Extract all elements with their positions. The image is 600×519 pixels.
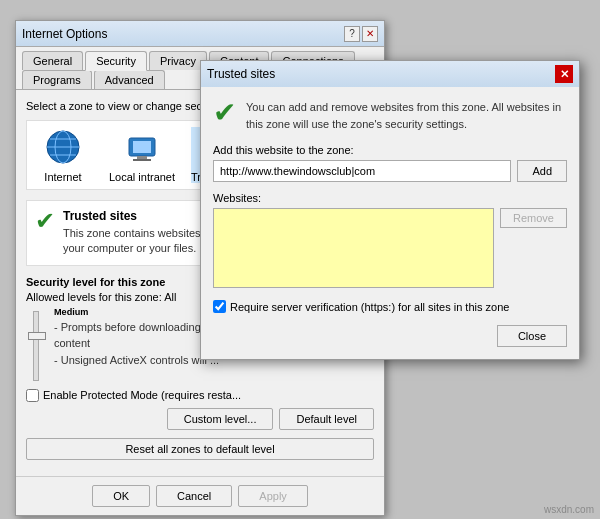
- window-title: Internet Options: [22, 27, 107, 41]
- websites-listbox[interactable]: [213, 208, 494, 288]
- ok-button[interactable]: OK: [92, 485, 150, 507]
- custom-level-button[interactable]: Custom level...: [167, 408, 274, 430]
- tab-programs[interactable]: Programs: [22, 70, 92, 89]
- remove-button[interactable]: Remove: [500, 208, 567, 228]
- dialog-title-bar: Trusted sites ✕: [201, 61, 579, 87]
- websites-label: Websites:: [213, 192, 567, 204]
- tab-advanced[interactable]: Advanced: [94, 70, 165, 89]
- tab-security[interactable]: Security: [85, 51, 147, 71]
- local-intranet-label: Local intranet: [109, 171, 175, 183]
- tab-general[interactable]: General: [22, 51, 83, 70]
- remove-btn-container: Remove: [500, 208, 567, 292]
- https-row: Require server verification (https:) for…: [213, 300, 567, 313]
- title-bar-controls: ? ✕: [344, 26, 378, 42]
- watermark: wsxdn.com: [544, 504, 594, 515]
- https-checkbox[interactable]: [213, 300, 226, 313]
- level-buttons: Custom level... Default level: [26, 408, 374, 430]
- svg-rect-7: [137, 156, 147, 159]
- level-name: Medium: [54, 307, 219, 317]
- trusted-sites-dialog: Trusted sites ✕ ✔ You can add and remove…: [200, 60, 580, 360]
- level-desc: Medium - Prompts before downloading p...…: [54, 307, 219, 381]
- local-intranet-icon: [122, 127, 162, 167]
- cancel-button[interactable]: Cancel: [156, 485, 232, 507]
- close-button[interactable]: ✕: [362, 26, 378, 42]
- trusted-check-icon: ✔: [35, 209, 55, 233]
- protected-mode-text: Enable Protected Mode (requires resta...: [43, 389, 241, 401]
- slider-thumb[interactable]: [28, 332, 46, 340]
- svg-rect-8: [133, 159, 151, 161]
- bottom-buttons: OK Cancel Apply: [16, 476, 384, 515]
- help-button[interactable]: ?: [344, 26, 360, 42]
- add-website-row: Add: [213, 160, 567, 182]
- dialog-close-button[interactable]: ✕: [555, 65, 573, 83]
- website-input[interactable]: [213, 160, 511, 182]
- level-desc1: - Prompts before downloading p...: [54, 319, 219, 336]
- zone-internet[interactable]: Internet: [33, 127, 93, 183]
- slider-track[interactable]: [33, 311, 39, 381]
- dialog-title: Trusted sites: [207, 67, 275, 81]
- protected-mode-label[interactable]: Enable Protected Mode (requires resta...: [26, 389, 374, 402]
- slider-area: [26, 307, 46, 381]
- https-label: Require server verification (https:) for…: [230, 301, 509, 313]
- internet-icon: [43, 127, 83, 167]
- websites-area-row: Remove: [213, 208, 567, 292]
- tab-privacy[interactable]: Privacy: [149, 51, 207, 70]
- dialog-content: ✔ You can add and remove websites from t…: [201, 87, 579, 359]
- websites-container: [213, 208, 494, 292]
- reset-button-row: Reset all zones to default level: [26, 434, 374, 460]
- dialog-bottom: Close: [213, 325, 567, 347]
- level-desc3: - Unsigned ActiveX controls will ...: [54, 352, 219, 369]
- add-button[interactable]: Add: [517, 160, 567, 182]
- apply-button[interactable]: Apply: [238, 485, 308, 507]
- reset-zones-button[interactable]: Reset all zones to default level: [26, 438, 374, 460]
- protected-mode-section: Enable Protected Mode (requires resta...: [26, 389, 374, 402]
- dialog-info-text: You can add and remove websites from thi…: [246, 99, 567, 132]
- add-website-label: Add this website to the zone:: [213, 144, 567, 156]
- dialog-close-btn-bottom[interactable]: Close: [497, 325, 567, 347]
- level-desc2: content: [54, 335, 219, 352]
- default-level-button[interactable]: Default level: [279, 408, 374, 430]
- zone-local-intranet[interactable]: Local intranet: [109, 127, 175, 183]
- dialog-info: ✔ You can add and remove websites from t…: [213, 99, 567, 132]
- svg-rect-6: [133, 141, 151, 153]
- title-bar: Internet Options ? ✕: [16, 21, 384, 47]
- protected-mode-checkbox[interactable]: [26, 389, 39, 402]
- internet-label: Internet: [44, 171, 81, 183]
- dialog-check-icon: ✔: [213, 99, 236, 127]
